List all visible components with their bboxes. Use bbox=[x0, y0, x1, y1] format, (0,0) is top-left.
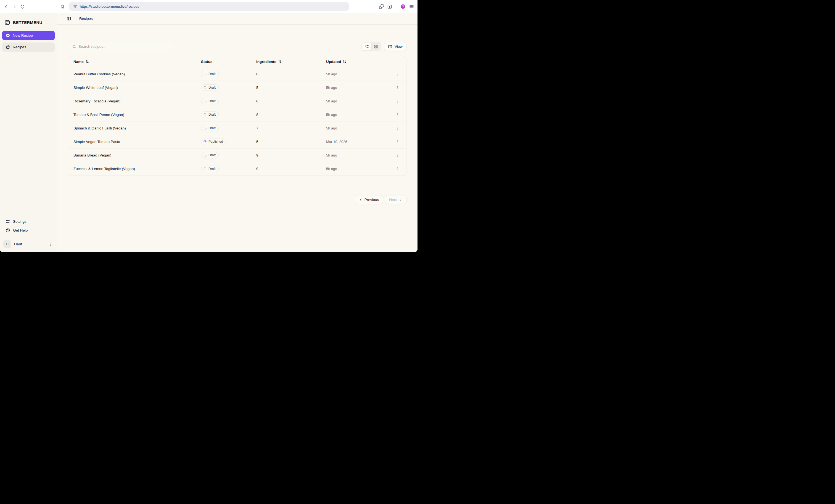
table-row[interactable]: Simple Vegan Tomato Pasta Published 5 Ma… bbox=[69, 135, 406, 148]
brand-name: BETTERMENU bbox=[13, 20, 42, 25]
ingredients-count: 5 bbox=[256, 140, 326, 144]
status-draft-icon bbox=[203, 126, 207, 130]
address-bar[interactable]: https://studio.bettermenu.live/recipes bbox=[69, 2, 349, 11]
row-actions-icon[interactable] bbox=[394, 111, 401, 118]
status-badge: Published bbox=[201, 139, 226, 145]
chevron-left-icon bbox=[359, 198, 363, 202]
cooking-pot-icon bbox=[5, 45, 10, 49]
next-label: Next bbox=[389, 197, 397, 202]
status-badge: Draft bbox=[201, 71, 219, 77]
table-row[interactable]: Banana Bread (Vegan) Draft 9 5h ago bbox=[69, 148, 406, 162]
browser-toolbar: https://studio.bettermenu.live/recipes bbox=[0, 0, 418, 13]
sort-icon[interactable] bbox=[343, 60, 346, 63]
get-help-label: Get Help bbox=[13, 228, 27, 232]
content: View Name Status bbox=[57, 25, 418, 252]
sidebar-item-recipes[interactable]: Recipes bbox=[2, 42, 55, 51]
recipe-name: Simple White Loaf (Vegan) bbox=[74, 86, 201, 90]
row-actions-icon[interactable] bbox=[394, 152, 401, 159]
page-header: Recipes bbox=[57, 13, 418, 25]
view-button[interactable]: View bbox=[384, 42, 406, 51]
status-cell: Draft bbox=[201, 71, 256, 77]
table-row[interactable]: Simple White Loaf (Vegan) Draft 5 5h ago bbox=[69, 81, 406, 94]
status-label: Published bbox=[208, 140, 223, 144]
new-recipe-button[interactable]: New Recipe bbox=[2, 31, 55, 40]
row-actions-icon[interactable] bbox=[394, 84, 401, 91]
table-row[interactable]: Zucchini & Lemon Tagliatelle (Vegan) Dra… bbox=[69, 162, 406, 175]
view-controls: View bbox=[362, 42, 406, 51]
recipe-name: Banana Bread (Vegan) bbox=[74, 153, 201, 157]
status-draft-icon bbox=[203, 86, 207, 89]
tab-search-icon[interactable] bbox=[387, 4, 392, 9]
ingredients-count: 8 bbox=[256, 112, 326, 117]
column-header-ingredients[interactable]: Ingredients bbox=[256, 60, 326, 64]
table-row[interactable]: Peanut Butter Cookies (Vegan) Draft 6 5h… bbox=[69, 67, 406, 81]
user-name: Harit bbox=[14, 242, 44, 246]
sidebar-toggle-icon[interactable] bbox=[66, 16, 71, 21]
status-badge: Draft bbox=[201, 111, 219, 118]
row-actions-icon[interactable] bbox=[394, 98, 401, 104]
status-cell: Draft bbox=[201, 152, 256, 159]
recipes-table: Name Status Ingredients bbox=[69, 56, 406, 176]
search-box bbox=[69, 42, 174, 51]
recipe-name: Tomato & Basil Penne (Vegan) bbox=[74, 112, 201, 117]
status-badge: Draft bbox=[201, 84, 219, 91]
sort-icon[interactable] bbox=[85, 60, 89, 63]
user-menu-icon[interactable] bbox=[47, 241, 54, 247]
extensions-icon[interactable] bbox=[379, 4, 384, 9]
plus-circle-icon bbox=[5, 33, 10, 38]
recipe-name: Rosemary Focaccia (Vegan) bbox=[74, 99, 201, 103]
status-badge: Draft bbox=[201, 125, 219, 131]
status-label: Draft bbox=[208, 72, 216, 76]
updated-value: Mar 10, 2026 bbox=[326, 140, 389, 144]
next-page-button[interactable]: Next bbox=[385, 195, 406, 204]
user-avatar: H bbox=[3, 240, 11, 248]
status-cell: Draft bbox=[201, 166, 256, 172]
sidebar-item-get-help[interactable]: Get Help bbox=[2, 226, 55, 235]
status-draft-icon bbox=[203, 99, 207, 103]
previous-label: Previous bbox=[365, 197, 379, 202]
row-actions-icon[interactable] bbox=[394, 166, 401, 172]
table-row[interactable]: Tomato & Basil Penne (Vegan) Draft 8 5h … bbox=[69, 108, 406, 122]
recipe-name: Zucchini & Lemon Tagliatelle (Vegan) bbox=[74, 167, 201, 171]
updated-value: 5h ago bbox=[326, 126, 389, 130]
search-input[interactable] bbox=[78, 44, 171, 48]
table-row[interactable]: Rosemary Focaccia (Vegan) Draft 6 5h ago bbox=[69, 94, 406, 108]
status-published-icon bbox=[203, 140, 207, 144]
forward-icon[interactable] bbox=[12, 4, 17, 9]
status-label: Draft bbox=[208, 99, 216, 103]
row-actions-icon[interactable] bbox=[394, 125, 401, 131]
search-icon bbox=[72, 44, 76, 48]
ingredients-count: 7 bbox=[256, 126, 326, 130]
updated-value: 5h ago bbox=[326, 86, 389, 90]
bookmark-icon[interactable] bbox=[60, 4, 65, 9]
browser-menu-icon[interactable] bbox=[409, 4, 414, 9]
previous-page-button[interactable]: Previous bbox=[355, 195, 383, 204]
column-header-name[interactable]: Name bbox=[74, 60, 201, 64]
reload-icon[interactable] bbox=[20, 4, 25, 9]
row-actions-icon[interactable] bbox=[394, 71, 401, 77]
grid-view-button[interactable] bbox=[371, 42, 381, 50]
back-icon[interactable] bbox=[4, 4, 8, 9]
site-favicon bbox=[73, 4, 77, 9]
table-header-row: Name Status Ingredients bbox=[69, 56, 406, 67]
recipe-name: Spinach & Garlic Fusilli (Vegan) bbox=[74, 126, 201, 130]
updated-value: 5h ago bbox=[326, 112, 389, 117]
url-text: https://studio.bettermenu.live/recipes bbox=[80, 4, 139, 8]
sidebar-item-settings[interactable]: Settings bbox=[2, 217, 55, 226]
ingredients-count: 9 bbox=[256, 167, 326, 171]
sort-icon[interactable] bbox=[278, 60, 282, 63]
row-actions-icon[interactable] bbox=[394, 139, 401, 145]
status-draft-icon bbox=[203, 113, 207, 117]
toolbar-divider bbox=[396, 4, 396, 9]
list-view-button[interactable] bbox=[362, 42, 371, 50]
status-draft-icon bbox=[203, 167, 207, 171]
status-cell: Draft bbox=[201, 111, 256, 118]
status-cell: Draft bbox=[201, 125, 256, 131]
status-label: Draft bbox=[208, 112, 216, 117]
new-recipe-label: New Recipe bbox=[13, 34, 33, 38]
recipe-name: Simple Vegan Tomato Pasta bbox=[74, 140, 201, 144]
user-row[interactable]: H Harit bbox=[2, 239, 55, 248]
browser-profile-avatar[interactable] bbox=[400, 4, 406, 9]
column-header-updated[interactable]: Updated bbox=[326, 60, 389, 64]
table-row[interactable]: Spinach & Garlic Fusilli (Vegan) Draft 7… bbox=[69, 122, 406, 135]
